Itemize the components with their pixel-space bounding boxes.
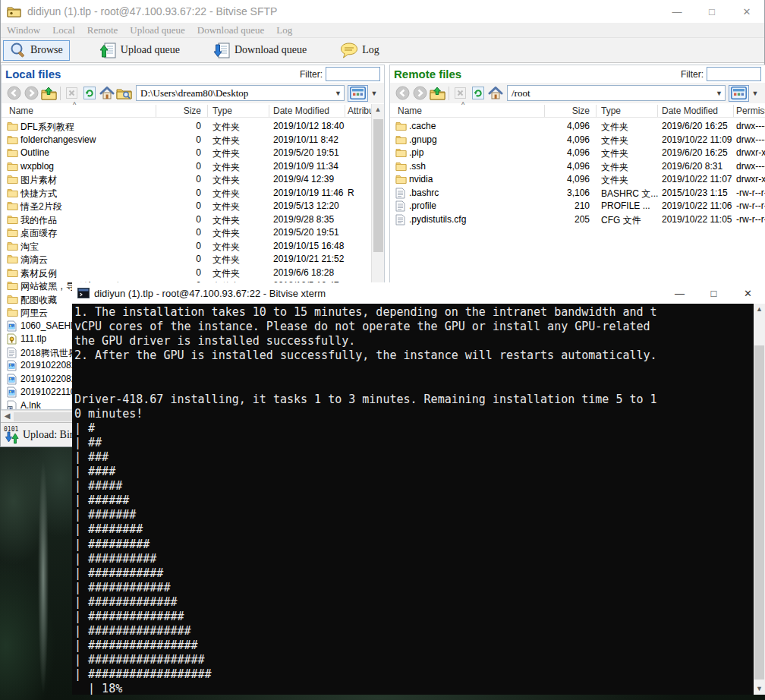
download-queue-button[interactable]: Download queue (206, 40, 313, 61)
xterm-maximize-button[interactable]: □ (697, 282, 731, 304)
terminal-line: | ############## (74, 610, 754, 624)
scroll-left-icon[interactable]: ◀ (1, 411, 14, 422)
close-button[interactable]: ✕ (729, 0, 764, 23)
terminal-scrollbar[interactable]: ▲ ▼ (754, 304, 765, 695)
folder-icon (7, 214, 18, 224)
local-browse-folder-icon[interactable] (115, 85, 133, 102)
file-date: 2019/6/6 18:28 (273, 267, 334, 278)
terminal-line: | ############# (74, 595, 754, 610)
menu-item-remote[interactable]: Remote (81, 24, 124, 36)
scrollbar-thumb[interactable] (373, 119, 383, 252)
file-size: 0 (131, 174, 201, 184)
file-row[interactable]: .profile210PROFILE ...2019/10/22 11:06-r… (390, 200, 765, 213)
file-row[interactable]: 素材反例0文件夹2019/6/6 18:28 (2, 266, 371, 279)
menu-item-upload-queue[interactable]: Upload queue (124, 24, 191, 36)
file-row[interactable]: 滴滴云0文件夹2019/10/21 21:52 (2, 253, 371, 266)
file-row[interactable]: nvidia4,096文件夹2019/10/22 11:07drwxr-xr-x (390, 173, 765, 186)
file-name: .gnupg (409, 134, 437, 145)
remote-filter-input[interactable] (707, 67, 761, 81)
xterm-minimize-button[interactable]: — (663, 282, 697, 304)
file-row[interactable]: folderchangesview0文件夹2019/10/11 8:42 (2, 134, 371, 147)
terminal-line (74, 377, 754, 392)
text-file-icon (395, 200, 405, 212)
file-row[interactable]: Outline0文件夹2019/5/20 19:51 (2, 147, 371, 159)
file-name: 滴滴云 (20, 254, 48, 266)
file-row[interactable]: DFL系列教程0文件夹2019/10/12 18:40 (2, 120, 371, 133)
local-column-header: NameSizeTypeDate ModifiedAttribu^ (2, 104, 384, 118)
menu-item-log[interactable]: Log (270, 24, 298, 36)
column-header-date-modified[interactable]: Date Modified (662, 106, 718, 116)
column-header-name[interactable]: Name (398, 106, 422, 116)
local-forward-icon[interactable] (23, 85, 40, 102)
maximize-button[interactable]: □ (694, 0, 729, 23)
folder-icon (7, 227, 18, 237)
column-header-permiss[interactable]: Permiss (736, 106, 765, 116)
file-size: 0 (131, 267, 201, 278)
file-row[interactable]: .ssh4,096文件夹2019/6/20 8:31drwx------ (390, 160, 765, 173)
local-folder-up-icon[interactable] (40, 85, 58, 102)
local-path-dropdown-icon[interactable]: ▼ (332, 90, 344, 97)
local-view-dropdown-icon[interactable]: ▼ (368, 90, 380, 97)
remote-path-combo[interactable]: /root ▼ (507, 85, 726, 101)
folder-icon (7, 267, 18, 277)
column-header-type[interactable]: Type (212, 106, 232, 116)
xterm-close-button[interactable]: ✕ (731, 282, 765, 304)
file-row[interactable]: .gnupg4,096文件夹2019/10/22 11:09drwx------ (390, 134, 765, 147)
scroll-up-icon[interactable]: ▲ (372, 104, 384, 116)
log-button[interactable]: Log (333, 40, 386, 61)
remote-view-dropdown-icon[interactable]: ▼ (749, 90, 761, 97)
column-header-size[interactable]: Size (519, 106, 590, 116)
file-attributes: -rw-r--r-- (736, 188, 765, 198)
file-type: 文件夹 (212, 188, 240, 200)
remote-delete-icon[interactable] (452, 85, 469, 102)
file-row[interactable]: 快捷方式0文件夹2019/10/19 11:46R (2, 187, 371, 200)
file-size: 4,096 (519, 174, 590, 184)
column-header-type[interactable]: Type (601, 106, 621, 116)
menu-item-window[interactable]: Window (1, 24, 46, 36)
remote-home-icon[interactable] (486, 85, 504, 102)
local-path-combo[interactable]: D:\Users\dream80\Desktop ▼ (136, 85, 345, 101)
menu-item-download-queue[interactable]: Download queue (191, 24, 270, 36)
remote-back-icon[interactable] (394, 85, 411, 102)
local-filter-input[interactable] (326, 67, 380, 81)
file-size: 0 (131, 241, 201, 251)
menu-item-local[interactable]: Local (46, 24, 81, 36)
remote-view-mode-button[interactable] (729, 85, 749, 102)
column-separator (269, 105, 269, 117)
column-header-name[interactable]: Name (9, 106, 33, 116)
column-header-attribu[interactable]: Attribu (348, 106, 374, 116)
file-row[interactable]: 桌面缓存0文件夹2019/5/20 19:51 (2, 226, 371, 239)
remote-path-dropdown-icon[interactable]: ▼ (713, 90, 725, 97)
scroll-up-icon[interactable]: ▲ (754, 304, 765, 315)
scrollbar-thumb[interactable] (754, 345, 764, 680)
remote-folder-up-icon[interactable] (429, 85, 446, 102)
remote-refresh-icon[interactable] (469, 85, 486, 102)
terminal-line: | 18% (74, 682, 754, 695)
file-date: 2019/10/12 18:40 (273, 121, 344, 131)
local-view-mode-button[interactable] (348, 85, 368, 102)
file-row[interactable]: 图片素材0文件夹2019/9/4 12:39 (2, 173, 371, 186)
upload-queue-button[interactable]: Upload queue (93, 40, 187, 61)
file-row[interactable]: 我的作品0文件夹2019/9/28 8:35 (2, 213, 371, 226)
image-file-icon (7, 360, 17, 371)
folder-icon (395, 161, 407, 171)
minimize-button[interactable]: — (660, 0, 694, 23)
scroll-down-icon[interactable]: ▼ (754, 683, 765, 695)
upload-queue-icon (99, 43, 117, 58)
local-home-icon[interactable] (98, 85, 115, 102)
browse-button[interactable]: Browse (3, 40, 70, 61)
remote-forward-icon[interactable] (411, 85, 429, 102)
bitvise-sftp-app-icon (7, 5, 22, 17)
column-header-size[interactable]: Size (131, 106, 201, 116)
file-row[interactable]: .pydistutils.cfg205CFG 文件2019/10/22 11:0… (390, 213, 765, 226)
file-row[interactable]: .cache4,096文件夹2019/6/20 16:25drwx------ (390, 120, 765, 133)
file-row[interactable]: .pip4,096文件夹2019/6/20 16:25drwxr-xr-x (390, 147, 765, 159)
file-row[interactable]: wxpblog0文件夹2019/10/9 11:34 (2, 160, 371, 173)
file-row[interactable]: 情圣2片段0文件夹2019/5/13 12:20 (2, 200, 371, 213)
local-delete-icon[interactable] (63, 85, 80, 102)
file-row[interactable]: .bashrc3,106BASHRC 文...2015/10/23 1:15-r… (390, 187, 765, 200)
local-refresh-icon[interactable] (80, 85, 98, 102)
file-row[interactable]: 淘宝0文件夹2019/10/15 16:48 (2, 240, 371, 253)
local-back-icon[interactable] (5, 85, 23, 102)
column-header-date-modified[interactable]: Date Modified (273, 106, 329, 116)
